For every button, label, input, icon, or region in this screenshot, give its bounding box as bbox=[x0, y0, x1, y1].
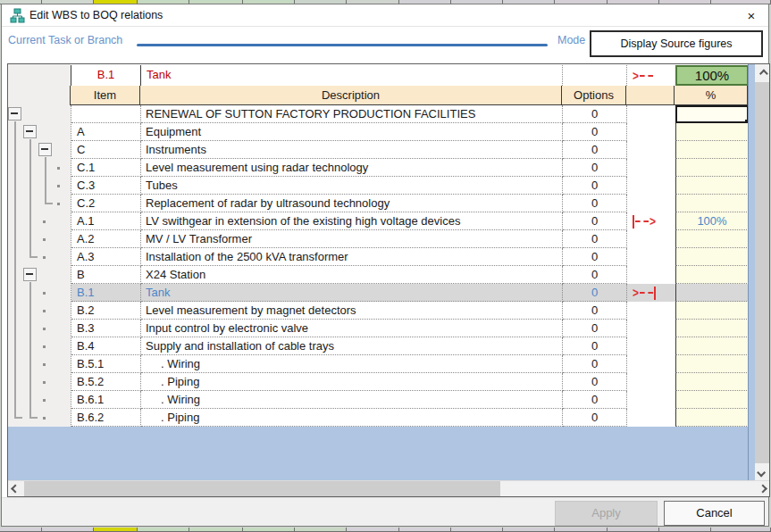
row-options-cell[interactable]: 0 bbox=[563, 195, 627, 212]
table-row[interactable]: C.2Replacement of radar by ultrasound te… bbox=[71, 195, 749, 212]
table-row[interactable]: B.6.1. Wiring0 bbox=[71, 391, 749, 409]
row-item-cell[interactable]: C bbox=[71, 141, 141, 159]
collapse-toggle[interactable] bbox=[8, 107, 21, 121]
title-bar[interactable]: Edit WBS to BOQ relations × bbox=[2, 4, 768, 27]
table-row[interactable]: B.5.2. Piping0 bbox=[71, 373, 749, 391]
row-description-cell[interactable]: Level measurement using radar technology bbox=[141, 159, 563, 177]
row-description-cell[interactable]: LV swithgear in extension of the existin… bbox=[141, 212, 563, 230]
row-item-cell[interactable]: B.4 bbox=[71, 337, 141, 355]
display-source-figures-button[interactable]: Display Source figures bbox=[590, 30, 763, 57]
collapse-toggle[interactable] bbox=[38, 143, 52, 156]
row-item-cell[interactable]: A.2 bbox=[71, 230, 141, 248]
row-item-cell[interactable]: B.6.1 bbox=[71, 391, 141, 409]
table-row[interactable]: B.5.1. Wiring0 bbox=[71, 355, 749, 373]
table-row[interactable]: C.1Level measurement using radar technol… bbox=[71, 159, 749, 177]
row-description-cell[interactable]: X24 Station bbox=[141, 266, 563, 284]
row-options-cell[interactable]: 0 bbox=[563, 284, 627, 302]
row-options-cell[interactable]: 0 bbox=[563, 105, 627, 123]
row-description-cell[interactable]: Tubes bbox=[141, 177, 563, 195]
row-percent-cell[interactable] bbox=[675, 320, 749, 337]
row-percent-cell[interactable]: 100% bbox=[675, 212, 749, 230]
row-description-cell[interactable]: Supply and installation of cable trays bbox=[141, 337, 563, 355]
horizontal-scroll-thumb[interactable] bbox=[24, 481, 500, 496]
table-row[interactable]: A.3Installation of the 2500 kVA transfor… bbox=[71, 248, 749, 266]
table-row[interactable]: A.1LV swithgear in extension of the exis… bbox=[71, 212, 749, 230]
scroll-right-icon[interactable] bbox=[753, 481, 769, 496]
row-item-cell[interactable]: B.2 bbox=[71, 302, 141, 320]
row-options-cell[interactable]: 0 bbox=[563, 177, 627, 195]
row-options-cell[interactable]: 0 bbox=[563, 123, 627, 141]
table-row[interactable]: B.4Supply and installation of cable tray… bbox=[71, 337, 749, 355]
row-item-cell[interactable]: A bbox=[71, 123, 141, 141]
row-percent-cell[interactable] bbox=[675, 302, 749, 320]
table-row[interactable]: AEquipment0 bbox=[71, 123, 749, 141]
row-item-cell[interactable]: B.5.1 bbox=[71, 355, 141, 373]
table-row[interactable]: B.2Level measurement by magnet detectors… bbox=[71, 302, 749, 320]
collapse-toggle[interactable] bbox=[23, 125, 37, 138]
row-description-cell[interactable]: . Wiring bbox=[141, 355, 563, 373]
row-percent-cell[interactable] bbox=[675, 391, 749, 409]
row-item-cell[interactable]: B bbox=[71, 266, 141, 284]
row-description-cell[interactable]: Replacement of radar by ultrasound techn… bbox=[141, 195, 563, 212]
row-options-cell[interactable]: 0 bbox=[563, 212, 627, 230]
row-options-cell[interactable]: 0 bbox=[563, 248, 627, 266]
table-row[interactable]: RENEWAL OF SUTTON FACTORY PRODUCTION FAC… bbox=[71, 105, 749, 123]
vertical-scrollbar[interactable] bbox=[755, 64, 769, 481]
table-row[interactable]: C.3Tubes0 bbox=[71, 177, 749, 195]
row-description-cell[interactable]: MV / LV Transformer bbox=[141, 230, 563, 248]
row-options-cell[interactable]: 0 bbox=[563, 373, 627, 391]
vertical-scroll-thumb[interactable] bbox=[755, 82, 769, 463]
row-description-cell[interactable]: Level measurement by magnet detectors bbox=[141, 302, 563, 320]
row-description-cell[interactable]: . Piping bbox=[141, 373, 563, 391]
row-description-cell[interactable]: Tank bbox=[141, 284, 563, 302]
row-options-cell[interactable]: 0 bbox=[563, 266, 627, 284]
horizontal-scrollbar[interactable] bbox=[8, 480, 769, 496]
row-item-cell[interactable]: A.3 bbox=[71, 248, 141, 266]
table-row[interactable]: B.1Tank0> bbox=[71, 284, 749, 302]
scroll-down-icon[interactable] bbox=[755, 463, 769, 481]
table-row[interactable]: BX24 Station0 bbox=[71, 266, 749, 284]
row-description-cell[interactable]: . Piping bbox=[141, 409, 563, 427]
row-item-cell[interactable]: B.3 bbox=[71, 320, 141, 337]
row-percent-cell[interactable] bbox=[675, 177, 749, 195]
row-options-cell[interactable]: 0 bbox=[563, 337, 627, 355]
row-item-cell[interactable] bbox=[71, 105, 141, 123]
row-options-cell[interactable]: 0 bbox=[563, 391, 627, 409]
row-description-cell[interactable]: Instruments bbox=[141, 141, 563, 159]
scroll-left-icon[interactable] bbox=[8, 481, 24, 496]
table-row[interactable]: B.3Input control by electronic valve0 bbox=[71, 320, 749, 337]
row-item-cell[interactable]: A.1 bbox=[71, 212, 141, 230]
row-options-cell[interactable]: 0 bbox=[563, 320, 627, 337]
row-description-cell[interactable]: Input control by electronic valve bbox=[141, 320, 563, 337]
row-percent-cell[interactable] bbox=[675, 409, 749, 427]
table-row[interactable]: A.2MV / LV Transformer0 bbox=[71, 230, 749, 248]
row-percent-cell[interactable] bbox=[675, 373, 749, 391]
row-percent-cell[interactable] bbox=[675, 123, 749, 141]
row-options-cell[interactable]: 0 bbox=[563, 159, 627, 177]
row-item-cell[interactable]: B.5.2 bbox=[71, 373, 141, 391]
row-description-cell[interactable]: Equipment bbox=[141, 123, 563, 141]
row-item-cell[interactable]: C.3 bbox=[71, 177, 141, 195]
row-description-cell[interactable]: . Wiring bbox=[141, 391, 563, 409]
row-options-cell[interactable]: 0 bbox=[563, 141, 627, 159]
apply-button[interactable]: Apply bbox=[555, 501, 658, 526]
row-description-cell[interactable]: RENEWAL OF SUTTON FACTORY PRODUCTION FAC… bbox=[141, 105, 563, 123]
row-item-cell[interactable]: C.1 bbox=[71, 159, 141, 177]
row-percent-cell[interactable] bbox=[675, 248, 749, 266]
row-item-cell[interactable]: B.1 bbox=[71, 284, 141, 302]
row-percent-cell[interactable] bbox=[675, 195, 749, 212]
row-percent-cell[interactable] bbox=[675, 159, 749, 177]
row-options-cell[interactable]: 0 bbox=[563, 302, 627, 320]
row-percent-cell[interactable] bbox=[675, 141, 749, 159]
row-options-cell[interactable]: 0 bbox=[563, 355, 627, 373]
row-description-cell[interactable]: Installation of the 2500 kVA transformer bbox=[141, 248, 563, 266]
row-percent-cell[interactable] bbox=[675, 105, 749, 123]
row-percent-cell[interactable] bbox=[675, 337, 749, 355]
row-options-cell[interactable]: 0 bbox=[563, 409, 627, 427]
row-percent-cell[interactable] bbox=[675, 266, 749, 284]
cancel-button[interactable]: Cancel bbox=[664, 501, 765, 526]
close-icon[interactable]: × bbox=[742, 6, 761, 25]
row-percent-cell[interactable] bbox=[675, 230, 749, 248]
row-item-cell[interactable]: B.6.2 bbox=[71, 409, 141, 427]
table-row[interactable]: CInstruments0 bbox=[71, 141, 749, 159]
